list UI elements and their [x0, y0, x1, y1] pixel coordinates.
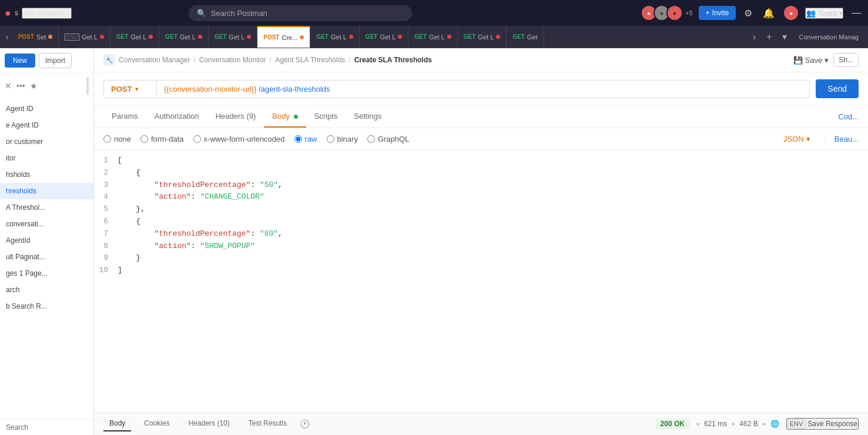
radio-binary[interactable]: binary	[327, 135, 358, 143]
tab-get-l-8[interactable]: GET Get L	[458, 26, 507, 48]
beautify-button[interactable]: Beau...	[835, 135, 859, 143]
tab-get-l-1[interactable]: ENV Get L	[59, 26, 110, 48]
get-label: GET	[464, 34, 476, 40]
more-options-button[interactable]: •••	[16, 81, 25, 91]
radio-none[interactable]: none	[103, 135, 131, 143]
response-history-button[interactable]: 🕐	[300, 419, 310, 429]
team-button[interactable]: 👥 Team ▾	[805, 8, 843, 19]
tab-get-l-3[interactable]: GET Get L	[159, 26, 208, 48]
sidebar-item-conversati[interactable]: conversati...	[0, 216, 93, 232]
send-button[interactable]: Send	[816, 79, 859, 98]
sidebar-search[interactable]: Search	[0, 419, 93, 435]
main-layout: New Import ✕ ••• ★ Agent ID e Agent ID o…	[0, 48, 868, 435]
breadcrumb-sep-2: /	[270, 56, 272, 64]
breadcrumb-item-3[interactable]: Agent SLA Thresholds	[275, 56, 345, 64]
tab-label: Get L	[429, 34, 445, 41]
line-content-7: "thresholdPercentage": "80",	[118, 228, 868, 240]
sidebar-item-a-threshol[interactable]: A Threshol...	[0, 199, 93, 216]
tab-post-set[interactable]: POST Set	[12, 26, 59, 48]
postman-logo: ●	[5, 7, 11, 19]
share-button[interactable]: Sh...	[833, 53, 859, 67]
sidebar-item-agentid[interactable]: AgentId	[0, 232, 93, 249]
close-panel-button[interactable]: ✕	[5, 81, 12, 91]
save-response-button[interactable]: ENV Save Response	[786, 418, 859, 430]
radio-urlencoded-input[interactable]	[193, 135, 201, 143]
bottom-tab-cookies[interactable]: Cookies	[138, 416, 175, 431]
import-button[interactable]: Import	[39, 53, 72, 68]
radio-raw-input[interactable]	[294, 135, 302, 143]
radio-graphql-input[interactable]	[367, 135, 375, 143]
radio-raw[interactable]: raw	[294, 135, 317, 143]
sidebar-item-ges-1-page[interactable]: ges 1 Page...	[0, 265, 93, 282]
status-badge: 200 OK	[656, 419, 689, 429]
method-select[interactable]: POST ▾	[103, 80, 156, 98]
add-tab-button[interactable]: +	[762, 32, 776, 42]
tab-dot	[198, 35, 202, 39]
top-bar-right: ● ● ● +5 + Invite ⚙ 🔔 ● 👥 Team ▾ —	[641, 5, 863, 21]
tab-get-l-4[interactable]: GET Get L	[209, 26, 257, 48]
json-format-select[interactable]: JSON ▾	[783, 135, 810, 143]
tab-scripts[interactable]: Scripts	[306, 106, 346, 128]
minimize-button[interactable]: —	[849, 5, 863, 21]
bottom-tab-test-results[interactable]: Test Results	[243, 416, 293, 431]
sidebar-item-b-search-r[interactable]: b Search R...	[0, 298, 93, 314]
radio-binary-input[interactable]	[327, 135, 334, 143]
sidebar-item-e-agent-id[interactable]: e Agent ID	[0, 117, 93, 133]
tab-get-9[interactable]: GET Get	[507, 26, 544, 48]
tab-menu-button[interactable]: ▾	[777, 31, 792, 42]
tab-next-button[interactable]: ›	[748, 32, 760, 42]
star-icon[interactable]: ★	[30, 81, 38, 91]
radio-none-label: none	[114, 135, 131, 143]
invite-button[interactable]: + Invite	[699, 6, 736, 20]
sidebar-item-itor[interactable]: itor	[0, 150, 93, 166]
save-button[interactable]: 💾 Save ▾	[793, 56, 829, 65]
radio-none-input[interactable]	[103, 135, 111, 143]
sidebar-item-hsholds[interactable]: hsholds	[0, 166, 93, 183]
tab-get-l-2[interactable]: GET Get L	[110, 26, 159, 48]
tab-authorization[interactable]: Authorization	[146, 106, 207, 128]
sidebar-item-ult-paginat[interactable]: ult Paginat...	[0, 249, 93, 265]
settings-icon[interactable]: ⚙	[742, 5, 755, 21]
radio-graphql[interactable]: GraphQL	[367, 135, 409, 143]
tab-headers[interactable]: Headers (9)	[207, 106, 264, 128]
top-bar-left: ● s API Network ▾	[5, 7, 72, 19]
bell-icon[interactable]: 🔔	[760, 5, 777, 21]
new-button[interactable]: New	[5, 53, 35, 68]
url-input[interactable]: {{conversation-monitor-url}} /agent-sla-…	[156, 80, 810, 98]
conversation-manager-tab[interactable]: Conversation Manag	[792, 34, 866, 41]
save-response-label: Save Response	[807, 420, 857, 428]
tab-code[interactable]: Cod...	[838, 106, 859, 127]
radio-form-data-input[interactable]	[140, 135, 148, 143]
content-area: 🔧 Conversation Manager / Conversation Mo…	[94, 48, 868, 435]
tab-post-create[interactable]: POST Cre...	[257, 26, 310, 48]
code-line-6: 6 {	[94, 216, 868, 228]
tab-dot	[447, 35, 451, 39]
breadcrumb-item-1[interactable]: Conversation Manager	[119, 56, 190, 64]
sidebar-item-or-customer[interactable]: or customer	[0, 133, 93, 150]
sidebar-item-arch[interactable]: arch	[0, 282, 93, 298]
tab-params[interactable]: Params	[103, 106, 146, 128]
bottom-tab-body[interactable]: Body	[103, 416, 131, 431]
breadcrumb-current: Create SLA Thresholds	[354, 56, 432, 64]
radio-urlencoded[interactable]: x-www-form-urlencoded	[193, 135, 285, 143]
breadcrumb-sep-1: /	[193, 56, 195, 64]
line-content-8: "action": "SHOW_POPUP"	[118, 240, 868, 253]
radio-form-data[interactable]: form-data	[140, 135, 184, 143]
sidebar-top: New Import	[0, 48, 93, 73]
tab-settings[interactable]: Settings	[346, 106, 390, 128]
tab-get-l-6[interactable]: GET Get L	[360, 26, 408, 48]
sidebar-item-agent-id[interactable]: Agent ID	[0, 101, 93, 117]
api-network-button[interactable]: API Network ▾	[22, 8, 72, 19]
tab-label: Set	[36, 34, 46, 41]
globe-icon: 🌐	[770, 420, 779, 428]
tab-prev-button[interactable]: ‹	[2, 32, 12, 42]
tab-body[interactable]: Body	[264, 106, 306, 128]
code-editor[interactable]: 1 [ 2 { 3 "thresholdPercentage": "50", 4…	[94, 150, 868, 412]
tab-label: Get L	[229, 34, 244, 41]
sidebar-item-hresholds[interactable]: hresholds	[0, 183, 93, 199]
search-bar[interactable]: 🔍 Search Postman	[189, 5, 412, 21]
tab-get-l-7[interactable]: GET Get L	[408, 26, 457, 48]
tab-get-l-5[interactable]: GET Get L	[310, 26, 359, 48]
bottom-tab-headers[interactable]: Headers (10)	[183, 416, 236, 431]
breadcrumb-item-2[interactable]: Conversation Monitor	[199, 56, 266, 64]
